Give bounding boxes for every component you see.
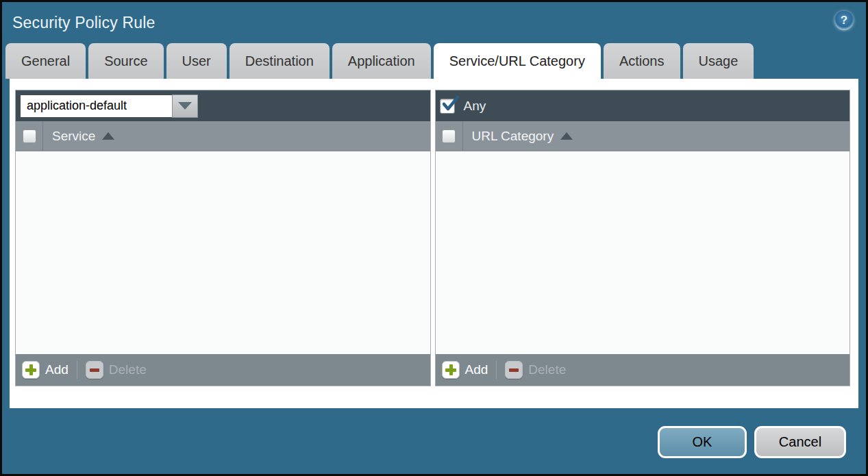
tab-actions[interactable]: Actions: [604, 43, 680, 79]
service-column-label: Service: [52, 129, 95, 144]
minus-icon: [86, 361, 103, 379]
tab-content-service-url-category: Service Add Delete: [10, 79, 858, 408]
screen: Security Policy Rule ? General Source Us…: [0, 0, 868, 476]
dialog-titlebar: Security Policy Rule ?: [2, 2, 866, 43]
toolbar-divider: [77, 361, 77, 379]
service-delete-label: Delete: [109, 362, 147, 377]
url-category-add-label: Add: [465, 362, 488, 377]
url-category-panel-footer: Add Delete: [436, 354, 850, 386]
url-category-panel-toolbar: Any: [436, 90, 850, 121]
tab-usage[interactable]: Usage: [683, 43, 754, 79]
service-select-all-checkbox[interactable]: [23, 129, 36, 143]
url-category-delete-button[interactable]: Delete: [505, 361, 566, 379]
url-category-select-all-cell: [436, 121, 463, 151]
service-delete-button[interactable]: Delete: [86, 361, 147, 379]
tab-general[interactable]: General: [5, 43, 86, 79]
service-table-body[interactable]: [16, 151, 430, 354]
url-category-column-label: URL Category: [472, 129, 554, 144]
security-policy-rule-dialog: Security Policy Rule ? General Source Us…: [2, 2, 866, 474]
dialog-title: Security Policy Rule: [12, 14, 156, 32]
service-type-dropdown-button[interactable]: [172, 95, 198, 118]
tab-user[interactable]: User: [166, 43, 227, 79]
service-type-dropdown: [20, 95, 198, 118]
url-category-table-body[interactable]: [436, 151, 850, 354]
dialog-footer: OK Cancel: [2, 408, 866, 474]
service-add-label: Add: [45, 362, 69, 377]
service-add-button[interactable]: Add: [22, 361, 69, 379]
service-panel-toolbar: [16, 90, 430, 121]
service-table-header: Service: [16, 121, 430, 151]
sort-ascending-icon[interactable]: [102, 132, 114, 140]
checkmark-icon: [441, 95, 459, 112]
tab-application[interactable]: Application: [332, 43, 431, 79]
url-category-panel: Any URL Category Add: [435, 90, 851, 386]
help-icon[interactable]: ?: [834, 11, 854, 30]
minus-icon: [505, 361, 523, 379]
url-category-table-header: URL Category: [436, 121, 850, 151]
sort-ascending-icon[interactable]: [560, 132, 573, 140]
service-panel-footer: Add Delete: [16, 354, 430, 386]
chevron-down-icon: [178, 102, 192, 110]
url-category-delete-label: Delete: [528, 362, 566, 377]
ok-button[interactable]: OK: [658, 426, 747, 458]
url-category-select-all-checkbox[interactable]: [442, 129, 456, 143]
toolbar-divider: [496, 361, 497, 379]
tab-source[interactable]: Source: [88, 43, 163, 79]
url-category-add-button[interactable]: Add: [442, 361, 488, 379]
service-select-all-cell: [16, 121, 43, 151]
tab-destination[interactable]: Destination: [230, 43, 330, 79]
any-label: Any: [464, 99, 486, 114]
plus-icon: [442, 361, 460, 379]
plus-icon: [22, 361, 40, 379]
service-type-dropdown-value[interactable]: [20, 95, 172, 118]
service-panel: Service Add Delete: [15, 90, 431, 386]
cancel-button[interactable]: Cancel: [754, 426, 846, 458]
any-checkbox[interactable]: [440, 99, 455, 114]
tab-service-url-category[interactable]: Service/URL Category: [434, 43, 601, 79]
tab-bar: General Source User Destination Applicat…: [2, 43, 866, 79]
